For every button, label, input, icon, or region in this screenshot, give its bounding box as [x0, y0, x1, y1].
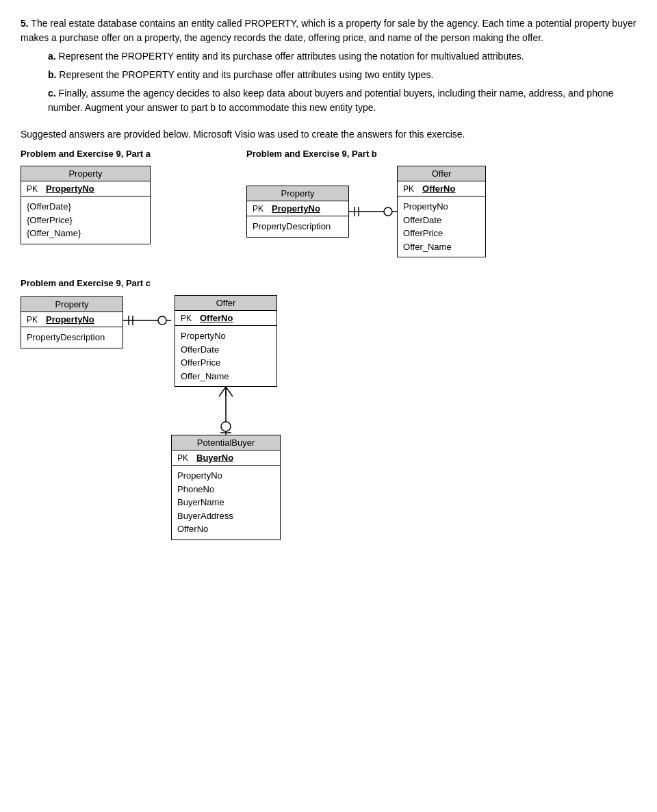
- part-c-buyer-pk-field: BuyerNo: [196, 453, 274, 463]
- part-b-property-pk-label: PK: [253, 204, 272, 214]
- part-c-buyer-attrs: PropertyNo PhoneNo BuyerName BuyerAddres…: [172, 466, 280, 540]
- part-c-buyer-header: PotentialBuyer: [172, 435, 280, 451]
- part-b-offer-table: Offer PK OfferNo PropertyNo OfferDate Of…: [397, 166, 486, 257]
- part-c-offer-attrs: PropertyNo OfferDate OfferPrice Offer_Na…: [175, 326, 276, 386]
- part-c-label: Problem and Exercise 9, Part c: [21, 278, 636, 288]
- svg-line-10: [226, 387, 233, 396]
- part-a-attrs: {OfferDate} {OfferPrice} {Offer_Name}: [21, 196, 150, 244]
- part-b-connector: [349, 194, 397, 229]
- part-c-buyer-pk-label: PK: [177, 453, 196, 463]
- part-a-attr-1: {OfferDate}: [27, 200, 144, 214]
- question-number: 5.: [21, 18, 29, 29]
- part-c-connector-2: [209, 387, 243, 435]
- part-b-text: b. Represent the PROPERTY entity and its…: [48, 68, 636, 82]
- part-a-text: a. Represent the PROPERTY entity and its…: [48, 49, 636, 64]
- part-a-table: Property PK PropertyNo {OfferDate} {Offe…: [21, 166, 151, 244]
- part-c-connector-1: [123, 296, 171, 358]
- svg-point-12: [221, 422, 231, 431]
- part-c-property-field2: PropertyDescription: [21, 327, 123, 348]
- part-c-property-pk-field: PropertyNo: [46, 314, 117, 325]
- svg-line-9: [219, 387, 226, 396]
- part-c-property-pk-label: PK: [27, 315, 46, 325]
- part-c-property-table: Property PK PropertyNo PropertyDescripti…: [21, 296, 123, 348]
- part-a-section: Problem and Exercise 9, Part a Property …: [21, 149, 151, 244]
- question-text1: The real estate database contains an ent…: [31, 18, 479, 29]
- part-a-attr-3: {Offer_Name}: [27, 227, 144, 240]
- part-c-offer-pk-label: PK: [181, 314, 200, 323]
- part-b-label: Problem and Exercise 9, Part b: [246, 149, 486, 159]
- part-c-buyer-table: PotentialBuyer PK BuyerNo PropertyNo Pho…: [171, 435, 281, 540]
- part-c-text: c. Finally, assume the agency decides to…: [48, 86, 636, 115]
- part-a-pk-field: PropertyNo: [46, 183, 144, 194]
- part-b-offer-header: Offer: [398, 166, 485, 181]
- svg-point-3: [384, 207, 392, 216]
- part-c-property-header: Property: [21, 297, 123, 312]
- part-c-section: Problem and Exercise 9, Part c Property …: [21, 278, 636, 540]
- part-b-offer-pk-label: PK: [403, 184, 422, 194]
- part-b-section: Problem and Exercise 9, Part b Property …: [246, 149, 486, 257]
- part-b-property-table: Property PK PropertyNo PropertyDescripti…: [246, 186, 349, 238]
- part-a-pk-label: PK: [27, 184, 46, 194]
- part-b-property-pk-field: PropertyNo: [272, 203, 343, 214]
- svg-point-7: [158, 316, 166, 325]
- part-c-offer-header: Offer: [175, 296, 276, 311]
- part-b-property-header: Property: [247, 186, 348, 201]
- part-c-offer-table: Offer PK OfferNo PropertyNo OfferDate Of…: [175, 295, 277, 387]
- part-b-offer-attrs: PropertyNo OfferDate OfferPrice Offer_Na…: [398, 196, 485, 257]
- part-a-table-header: Property: [21, 166, 150, 181]
- part-a-attr-2: {OfferPrice}: [27, 214, 144, 227]
- suggested-text: Suggested answers are provided below. Mi…: [21, 127, 636, 142]
- part-b-property-field2: PropertyDescription: [247, 216, 348, 237]
- part-a-label: Problem and Exercise 9, Part a: [21, 149, 151, 159]
- part-b-offer-pk-field: OfferNo: [422, 183, 480, 194]
- part-c-offer-pk-field: OfferNo: [200, 313, 271, 323]
